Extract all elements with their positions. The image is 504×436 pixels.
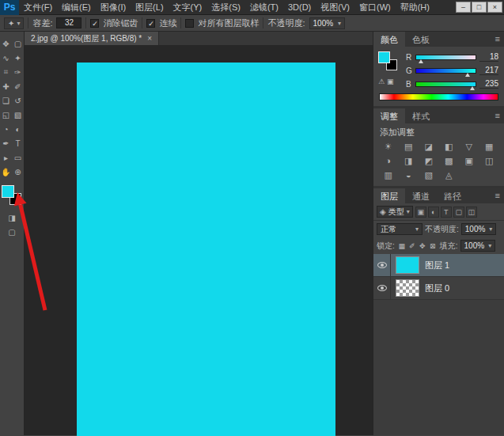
fill-select[interactable]: 100% ▾ [460,240,496,252]
invert-icon[interactable]: ◫ [479,154,500,167]
brightness-contrast-icon[interactable]: ☀ [378,140,399,153]
type-tool-icon[interactable]: T [12,136,24,150]
minimize-button[interactable]: – [456,2,471,13]
document-image[interactable] [77,63,335,436]
maximize-button[interactable]: □ [472,2,487,13]
menu-item[interactable]: 视图(V) [316,0,354,15]
tab-styles[interactable]: 样式 [405,108,437,123]
menu-item[interactable]: 滤镜(T) [245,0,283,15]
healing-brush-tool-icon[interactable]: ✚ [0,79,12,93]
filter-type-layers-icon[interactable]: T [441,207,452,218]
hand-tool-icon[interactable]: ✋ [0,165,12,179]
curves-icon[interactable]: ◪ [419,140,439,153]
gradient-tool-icon[interactable]: ▧ [12,108,24,122]
panel-menu-icon[interactable]: ≡ [491,32,504,47]
canvas[interactable] [25,46,373,435]
path-selection-tool-icon[interactable]: ▸ [0,150,12,165]
close-button[interactable]: × [487,2,502,13]
channel-mixer-icon[interactable]: ▩ [439,154,460,167]
layer-filter-kind-select[interactable]: ◈ 类型 ▾ [377,206,413,218]
lock-image-pixels-icon[interactable]: ✐ [407,241,417,251]
layer-opacity-select[interactable]: 100% ▾ [461,223,497,235]
lock-transparent-pixels-icon[interactable]: ▦ [397,241,407,251]
filter-smart-objects-icon[interactable]: ◫ [466,207,477,218]
blend-mode-select[interactable]: 正常 ▾ [377,223,423,235]
move-tool-icon[interactable]: ✥ [0,36,12,51]
menu-item[interactable]: 图层(L) [131,0,168,15]
gamut-warning-icon[interactable]: ⚠ [378,78,385,85]
pen-tool-icon[interactable]: ✒ [0,136,12,150]
black-white-icon[interactable]: ◨ [399,154,419,167]
tolerance-input[interactable]: 32 [56,17,81,28]
green-slider[interactable] [415,68,476,74]
menu-item[interactable]: 3D(D) [283,0,316,15]
zoom-tool-icon[interactable]: ⊕ [12,165,24,179]
menu-item[interactable]: 编辑(E) [57,0,96,15]
quick-mask-icon[interactable]: ◨ [8,212,15,223]
document-tab[interactable]: 2.jpg @ 100%(图层 1, RGB/8) * × [25,32,159,45]
menu-item[interactable]: 文件(F) [19,0,57,15]
screen-mode-icon[interactable]: ▢ [8,226,15,237]
tab-adjustments[interactable]: 调整 [373,108,405,123]
sample-all-layers-checkbox[interactable] [185,19,194,28]
selective-color-icon[interactable]: ◬ [439,169,460,181]
tab-paths[interactable]: 路径 [437,188,468,203]
menu-item[interactable]: 选择(S) [207,0,245,15]
clone-stamp-tool-icon[interactable]: ❏ [0,93,12,108]
menu-item[interactable]: 帮助(H) [396,0,434,15]
lock-position-icon[interactable]: ✥ [418,241,427,251]
tab-channels[interactable]: 通道 [405,188,437,203]
vibrance-icon[interactable]: ▽ [459,140,479,153]
panel-menu-icon[interactable]: ≡ [491,188,504,203]
eraser-tool-icon[interactable]: ◱ [0,108,12,122]
menu-item[interactable]: 图像(I) [96,0,131,15]
color-lookup-icon[interactable]: ▣ [459,154,479,167]
shape-tool-icon[interactable]: ▭ [12,150,24,165]
color-balance-icon[interactable]: ◑ [378,154,399,167]
posterize-icon[interactable]: ▥ [378,169,399,181]
tool-preset-picker[interactable]: ✦ ▾ [4,17,24,29]
menu-item[interactable]: 文字(Y) [169,0,207,15]
web-safe-cube-icon[interactable]: ▣ [387,78,394,85]
brush-tool-icon[interactable]: ✐ [12,79,24,93]
menu-item[interactable]: 窗口(W) [354,0,396,15]
layer-name[interactable]: 图层 0 [425,282,449,294]
foreground-color-swatch[interactable] [378,51,390,63]
gradient-map-icon[interactable]: ▧ [419,169,439,181]
red-value[interactable]: 18 [479,52,498,62]
lasso-tool-icon[interactable]: ∿ [0,51,12,65]
layer-thumbnail[interactable] [396,256,419,274]
levels-icon[interactable]: ▤ [399,140,419,153]
dodge-tool-icon[interactable]: ◐ [12,122,24,136]
hue-saturation-icon[interactable]: ▦ [479,140,500,153]
opacity-select[interactable]: 100% ▾ [309,17,346,29]
marquee-tool-icon[interactable]: ▢ [12,36,24,51]
visibility-toggle[interactable] [373,254,391,276]
magic-wand-tool-icon[interactable]: ✦ [12,51,24,65]
layer-name[interactable]: 图层 1 [425,260,449,271]
visibility-toggle[interactable] [373,277,391,299]
filter-adjustment-layers-icon[interactable]: ◐ [428,207,439,218]
red-slider[interactable] [415,55,476,60]
foreground-color-swatch[interactable] [2,185,14,198]
layer-row-0[interactable]: 图层 0 [373,277,504,300]
blur-tool-icon[interactable]: ◔ [0,122,12,136]
threshold-icon[interactable]: ◒ [399,169,419,181]
tab-layers[interactable]: 图层 [373,188,405,203]
exposure-icon[interactable]: ◧ [439,140,460,153]
panel-menu-icon[interactable]: ≡ [491,108,504,123]
blue-slider[interactable] [415,82,476,87]
photo-filter-icon[interactable]: ◩ [419,154,439,167]
green-value[interactable]: 217 [479,66,498,75]
blue-value[interactable]: 235 [479,79,498,89]
filter-shape-layers-icon[interactable]: ▢ [453,207,464,218]
tab-color[interactable]: 颜色 [373,32,405,47]
contiguous-checkbox[interactable]: ✓ [146,19,155,28]
filter-pixel-layers-icon[interactable]: ▣ [415,207,426,218]
color-spectrum-bar[interactable] [379,93,498,100]
history-brush-tool-icon[interactable]: ↺ [12,93,24,108]
tab-swatches[interactable]: 色板 [405,32,437,47]
antialias-checkbox[interactable]: ✓ [90,19,99,28]
lock-all-icon[interactable]: ⊠ [428,241,438,251]
tab-close-icon[interactable]: × [147,34,152,43]
